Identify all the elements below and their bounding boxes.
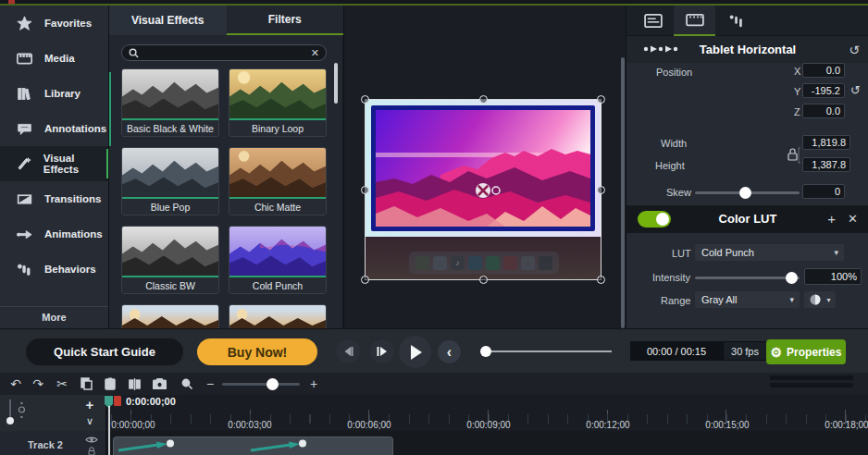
effect-thumb-partial-2[interactable] bbox=[229, 304, 327, 330]
sidebar-item-annotations[interactable]: Annotations bbox=[0, 111, 108, 146]
split-button[interactable] bbox=[124, 373, 144, 395]
skew-field[interactable]: 0 bbox=[802, 184, 845, 199]
skew-slider-thumb[interactable] bbox=[739, 187, 751, 199]
lock-aspect-icon[interactable] bbox=[786, 144, 800, 166]
timeline-hscrollbar[interactable] bbox=[770, 375, 853, 380]
intensity-label: Intensity bbox=[652, 272, 690, 283]
position-z-field[interactable]: 0.0 bbox=[802, 104, 845, 118]
effects-tabs: Visual Effects Filters bbox=[109, 6, 343, 35]
scrubber-track[interactable] bbox=[482, 350, 612, 352]
copy-button[interactable] bbox=[76, 373, 96, 395]
tab-media-properties[interactable] bbox=[674, 6, 715, 36]
resize-handle-nw[interactable] bbox=[361, 95, 369, 104]
camtasia-window: Favorites Media Library Annotations Visu… bbox=[0, 0, 868, 455]
transition-icon bbox=[16, 191, 33, 208]
quick-start-guide-button[interactable]: Quick Start Guide bbox=[26, 338, 183, 365]
remove-effect-icon[interactable]: ✕ bbox=[848, 212, 858, 226]
sidebar-item-media[interactable]: Media bbox=[0, 41, 108, 76]
effect-thumb-chic-matte[interactable]: Chic Matte bbox=[229, 147, 327, 215]
chevron-down-icon: ▾ bbox=[834, 248, 838, 257]
rotation-handle[interactable] bbox=[472, 181, 502, 200]
paste-button[interactable] bbox=[100, 373, 120, 395]
undo-button[interactable]: ↶ bbox=[6, 373, 26, 395]
intensity-slider-track[interactable] bbox=[695, 277, 800, 279]
zoom-slider-track[interactable] bbox=[222, 383, 300, 386]
effect-thumb-cold-punch[interactable]: Cold Punch bbox=[229, 226, 327, 294]
buy-now-button[interactable]: Buy Now! bbox=[197, 338, 317, 365]
reset-all-icon[interactable]: ↺ bbox=[849, 43, 860, 57]
step-forward-button[interactable] bbox=[370, 339, 394, 363]
track-controls: + ∨ bbox=[0, 395, 106, 431]
zoom-in-button[interactable]: + bbox=[305, 373, 322, 395]
time-display: 00:00 / 00:15 bbox=[630, 341, 723, 361]
sidebar-item-library[interactable]: Library bbox=[0, 76, 108, 111]
resize-handle-ne[interactable] bbox=[597, 95, 605, 104]
lut-dropdown[interactable]: Cold Punch ▾ bbox=[695, 244, 844, 261]
effect-thumb-partial-1[interactable] bbox=[121, 304, 219, 330]
play-button[interactable] bbox=[399, 336, 431, 368]
search-input[interactable] bbox=[144, 47, 305, 58]
properties-button[interactable]: ⚙ Properties bbox=[766, 339, 846, 364]
tab-visual-effects[interactable]: Visual Effects bbox=[109, 6, 227, 35]
position-x-field[interactable]: 0.0 bbox=[802, 63, 845, 78]
playhead-line[interactable] bbox=[108, 406, 110, 455]
z-label: Z bbox=[794, 106, 800, 117]
track-2-clip[interactable] bbox=[113, 437, 393, 455]
position-y-field[interactable]: -195.2 bbox=[802, 83, 845, 98]
sidebar-more-button[interactable]: More bbox=[0, 306, 108, 326]
cut-button[interactable]: ✂ bbox=[52, 373, 72, 395]
collapse-canvas-button[interactable]: ‹ bbox=[438, 340, 461, 363]
playhead-out-marker[interactable] bbox=[114, 396, 121, 406]
intensity-field[interactable]: 100% bbox=[804, 268, 862, 285]
ruler-label: 0:00:09;00 bbox=[452, 420, 526, 430]
properties-tabs bbox=[626, 6, 868, 36]
resize-handle-w[interactable] bbox=[361, 186, 369, 194]
intensity-slider-thumb[interactable] bbox=[786, 272, 798, 284]
add-track-button[interactable]: + bbox=[77, 397, 103, 412]
zoom-out-button[interactable]: − bbox=[202, 373, 218, 395]
reset-y-icon[interactable]: ↺ bbox=[850, 83, 861, 97]
effect-thumb-classic-bw[interactable]: Classic BW bbox=[121, 226, 219, 294]
tab-behaviors-properties[interactable] bbox=[715, 6, 757, 36]
track-height-thumb[interactable] bbox=[6, 417, 14, 424]
sidebar-item-animations[interactable]: Animations bbox=[0, 216, 108, 252]
fps-display: 30 fps bbox=[723, 341, 767, 361]
playhead-time: 0:00:00;00 bbox=[126, 396, 176, 407]
lock-icon[interactable] bbox=[86, 447, 97, 455]
width-field[interactable]: 1,819.8 bbox=[802, 135, 850, 150]
range-preview-button[interactable]: ▾ bbox=[804, 291, 836, 308]
track-2-header: Track 2 bbox=[0, 431, 106, 455]
timeline-ruler[interactable]: 0:00:00;00 0:00:03;00 0:00:06;00 0:00:09… bbox=[106, 395, 868, 431]
redo-button[interactable]: ↷ bbox=[28, 373, 48, 395]
resize-handle-sw[interactable] bbox=[361, 276, 369, 284]
search-box[interactable]: ✕ bbox=[121, 44, 327, 61]
resize-handle-s[interactable] bbox=[479, 276, 488, 284]
sidebar-item-transitions[interactable]: Transitions bbox=[0, 181, 108, 216]
tab-annotation-properties[interactable] bbox=[632, 6, 674, 36]
split-circle-icon bbox=[809, 293, 824, 306]
camera-button[interactable] bbox=[148, 373, 170, 395]
height-field[interactable]: 1,387.8 bbox=[802, 157, 850, 172]
effect-thumb-binary-loop[interactable]: Binary Loop bbox=[229, 68, 327, 137]
timeline-hscrollbar-2[interactable] bbox=[770, 383, 853, 387]
properties-scrollbar[interactable] bbox=[621, 57, 625, 328]
eye-icon[interactable] bbox=[85, 436, 98, 444]
resize-handle-se[interactable] bbox=[597, 276, 605, 284]
zoom-slider-thumb[interactable] bbox=[267, 378, 279, 390]
tab-filters[interactable]: Filters bbox=[227, 6, 344, 35]
effect-thumb-basic-black-white[interactable]: Basic Black & White bbox=[121, 68, 219, 137]
sidebar-item-visual-effects[interactable]: Visual Effects bbox=[0, 146, 108, 181]
sidebar-item-behaviors[interactable]: Behaviors bbox=[0, 252, 108, 287]
effects-scrollbar[interactable] bbox=[334, 63, 338, 104]
resize-handle-e[interactable] bbox=[597, 186, 605, 194]
search-clear-icon[interactable]: ✕ bbox=[311, 47, 319, 59]
previous-frame-button[interactable] bbox=[336, 339, 360, 363]
effect-thumb-blue-pop[interactable]: Blue Pop bbox=[121, 147, 219, 215]
resize-handle-n[interactable] bbox=[479, 95, 488, 104]
add-effect-icon[interactable]: + bbox=[827, 211, 836, 227]
scrubber-thumb[interactable] bbox=[480, 346, 491, 357]
media-title: Tablet Horizontal bbox=[626, 43, 868, 56]
sidebar-item-favorites[interactable]: Favorites bbox=[0, 6, 108, 41]
clip-animation-arrows bbox=[114, 437, 392, 454]
range-dropdown[interactable]: Gray All ▾ bbox=[695, 291, 800, 308]
